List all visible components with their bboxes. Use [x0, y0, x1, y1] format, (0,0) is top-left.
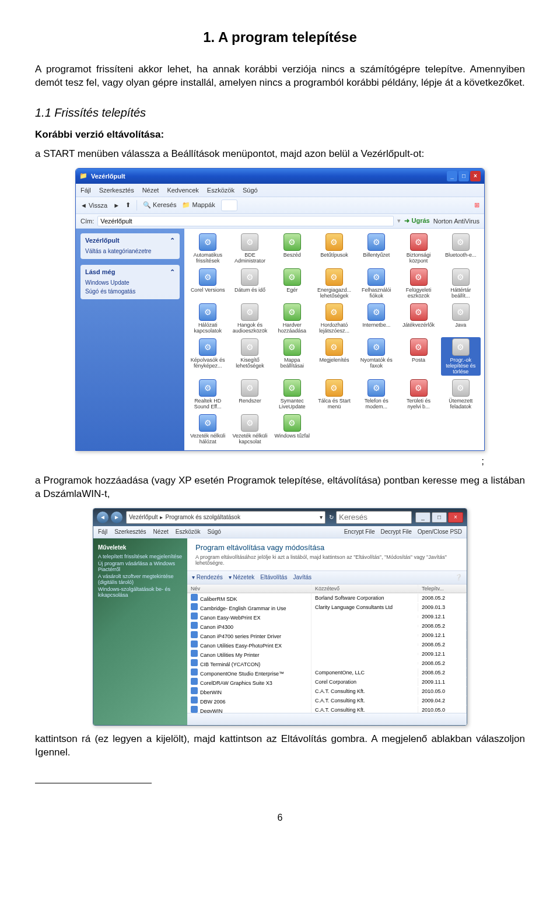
sidebar-link[interactable]: Súgó és támogatás — [85, 287, 175, 296]
cp-item[interactable]: ⚙Felügyeleti eszközök — [398, 267, 438, 300]
program-row[interactable]: Canon iP43002008.05.2 — [187, 621, 467, 631]
menu-eszközök[interactable]: Eszközök — [207, 187, 235, 194]
listtool-nézetek[interactable]: ▾ Nézetek — [229, 574, 254, 580]
cp-item[interactable]: ⚙Symantec LiveUpdate — [272, 378, 312, 411]
cp-item[interactable]: ⚙Megjelenítés — [314, 337, 354, 376]
program-row[interactable]: CorelDRAW Graphics Suite X3Corel Corpora… — [187, 677, 467, 687]
cp-item[interactable]: ⚙Bluetooth-e... — [441, 232, 481, 265]
menu-fájl[interactable]: Fájl — [80, 187, 91, 194]
task-link[interactable]: Windows-szolgáltatások be- és kikapcsolá… — [98, 586, 183, 598]
cp-item[interactable]: ⚙Telefon és modem... — [356, 378, 396, 411]
search-input[interactable] — [336, 511, 412, 524]
search-button[interactable]: 🔍 Keresés — [143, 201, 176, 209]
cp-item[interactable]: ⚙Nyomtatók és faxok — [356, 337, 396, 376]
help-icon[interactable]: ❔ — [455, 574, 462, 580]
program-row[interactable]: DegyWINC.A.T. Consulting Kft.2010.05.0 — [187, 705, 467, 713]
cp-item[interactable]: ⚙Játékvezérlők — [398, 302, 438, 335]
cp-item[interactable]: ⚙Windows tűzfal — [272, 413, 312, 446]
minimize-button[interactable]: _ — [415, 512, 430, 523]
maximize-button[interactable]: □ — [459, 171, 469, 181]
maximize-button[interactable]: □ — [432, 512, 447, 523]
up-button[interactable]: ⬆ — [125, 201, 131, 209]
toolbar-open/close-psd[interactable]: Open/Close PSD — [418, 528, 462, 535]
refresh-icon[interactable]: ↻ — [329, 514, 334, 520]
cp-item[interactable]: ⚙Posta — [398, 337, 438, 376]
views-button[interactable] — [221, 200, 237, 211]
cp-item[interactable]: ⚙Képolvasók és fényképez... — [188, 337, 228, 376]
menu-szerkesztés[interactable]: Szerkesztés — [99, 187, 134, 194]
folders-button[interactable]: 📁 Mappák — [182, 201, 215, 209]
menu-súgó[interactable]: Súgó — [208, 528, 221, 535]
program-row[interactable]: DBW 2006C.A.T. Consulting Kft.2009.04.2 — [187, 696, 467, 705]
sidebar-link[interactable]: Windows Update — [85, 278, 175, 287]
addr-input[interactable] — [97, 216, 394, 226]
menu-fájl[interactable]: Fájl — [98, 528, 107, 535]
go-button[interactable]: ➜ Ugrás — [404, 217, 429, 225]
program-row[interactable]: Canon Utilities My Printer2009.12.1 — [187, 649, 467, 659]
collapse-icon[interactable]: ⌃ — [170, 237, 175, 244]
cp-item[interactable]: ⚙Internetbe... — [356, 302, 396, 335]
switch-category-view-link[interactable]: Váltás a kategórianézetre — [85, 247, 175, 256]
menu-súgó[interactable]: Súgó — [243, 187, 258, 194]
task-link[interactable]: A vásárolt szoftver megtekintése (digitá… — [98, 573, 183, 586]
cp-item[interactable]: ⚙Felhasználói fiókok — [356, 267, 396, 300]
program-row[interactable]: CaliberRM SDKBorland Software Corporatio… — [187, 593, 467, 603]
task-link[interactable]: Új program vásárlása a Windows Piactérrő… — [98, 560, 183, 573]
chevron-down-icon[interactable]: ▾ — [397, 217, 401, 225]
cp-item[interactable]: ⚙Billentyűzet — [356, 232, 396, 265]
cp-item[interactable]: ⚙Realtek HD Sound Eff... — [188, 378, 228, 411]
cp-item[interactable]: ⚙Energiagazd... lehetőségek — [314, 267, 354, 300]
cp-item[interactable]: ⚙Hardver hozzáadása — [272, 302, 312, 335]
cp-item[interactable]: ⚙Corel Versions — [188, 267, 228, 300]
menu-nézet[interactable]: Nézet — [153, 528, 169, 535]
cp-item[interactable]: ⚙Háttértár beállít... — [441, 267, 481, 300]
forward-button[interactable]: ► — [111, 512, 123, 523]
cp-item[interactable]: ⚙Betűtípusok — [314, 232, 354, 265]
program-row[interactable]: ComponentOne Studio Enterprise™Component… — [187, 668, 467, 677]
back-button[interactable]: ◄ Vissza — [80, 202, 107, 209]
listtool-eltávolítás[interactable]: Eltávolítás — [260, 574, 287, 580]
cp-item[interactable]: ⚙BDE Administrator — [230, 232, 270, 265]
cp-item[interactable]: ⚙Biztonsági központ — [398, 232, 438, 265]
minimize-button[interactable]: _ — [447, 171, 457, 181]
listtool-rendezés[interactable]: ▾ Rendezés — [192, 574, 223, 580]
close-button[interactable]: × — [470, 171, 481, 181]
cp-item[interactable]: ⚙Vezeték nélküli hálózat — [188, 413, 228, 446]
close-button[interactable]: × — [448, 512, 463, 523]
cp-item[interactable]: ⚙Tálca és Start menü — [314, 378, 354, 411]
cp-item[interactable]: ⚙Rendszer — [230, 378, 270, 411]
program-row[interactable]: Canon Utilities Easy-PhotoPrint EX2008.0… — [187, 640, 467, 649]
cp-item[interactable]: ⚙Java — [441, 302, 481, 335]
col-publisher[interactable]: Közzétevő — [312, 584, 418, 593]
forward-button[interactable]: ► — [113, 202, 120, 209]
cp-item[interactable]: ⚙Beszéd — [272, 232, 312, 265]
cp-item[interactable]: ⚙Területi és nyelvi b... — [398, 378, 438, 411]
cp-item[interactable]: ⚙Mappa beállításai — [272, 337, 312, 376]
crumb-1[interactable]: Vezérlőpult — [129, 514, 158, 520]
menu-nézet[interactable]: Nézet — [142, 187, 159, 194]
menu-kedvencek[interactable]: Kedvencek — [167, 187, 198, 194]
program-row[interactable]: CIB Terminál (YCATCON)2008.05.2 — [187, 659, 467, 668]
cp-item[interactable]: ⚙Hordozható lejátszóesz... — [314, 302, 354, 335]
crumb-2[interactable]: Programok és szolgáltatások — [165, 514, 240, 520]
collapse-icon[interactable]: ⌃ — [170, 268, 175, 276]
menu-szerkesztés[interactable]: Szerkesztés — [114, 528, 146, 535]
cp-item[interactable]: ⚙Dátum és idő — [230, 267, 270, 300]
program-row[interactable]: Cambridge- English Grammar in UseClarity… — [187, 603, 467, 612]
toolbar-decrypt-file[interactable]: Decrypt File — [380, 528, 411, 535]
program-list[interactable]: Név Közzétevő Telepítv... CaliberRM SDKB… — [187, 584, 467, 713]
menu-eszközök[interactable]: Eszközök — [176, 528, 201, 535]
back-button[interactable]: ◄ — [97, 512, 108, 523]
col-date[interactable]: Telepítv... — [418, 584, 467, 593]
cp-item[interactable]: ⚙Vezeték nélküli kapcsolat — [230, 413, 270, 446]
program-row[interactable]: Canon iP4700 series Printer Driver2009.1… — [187, 631, 467, 640]
cp-item[interactable]: ⚙Hálózati kapcsolatok — [188, 302, 228, 335]
task-link[interactable]: A telepített frissítések megjelenítése — [98, 553, 183, 560]
cp-item[interactable]: ⚙Automatikus frissítések — [188, 232, 228, 265]
program-row[interactable]: DberWINC.A.T. Consulting Kft.2010.05.0 — [187, 687, 467, 696]
program-row[interactable]: Canon Easy-WebPrint EX2009.12.1 — [187, 612, 467, 621]
cp-item[interactable]: ⚙Progr.-ok telepítése és törlése — [441, 337, 481, 376]
cp-item[interactable]: ⚙Kisegítő lehetőségek — [230, 337, 270, 376]
col-name[interactable]: Név — [187, 584, 312, 593]
cp-item[interactable]: ⚙Hangok és audioeszközök — [230, 302, 270, 335]
